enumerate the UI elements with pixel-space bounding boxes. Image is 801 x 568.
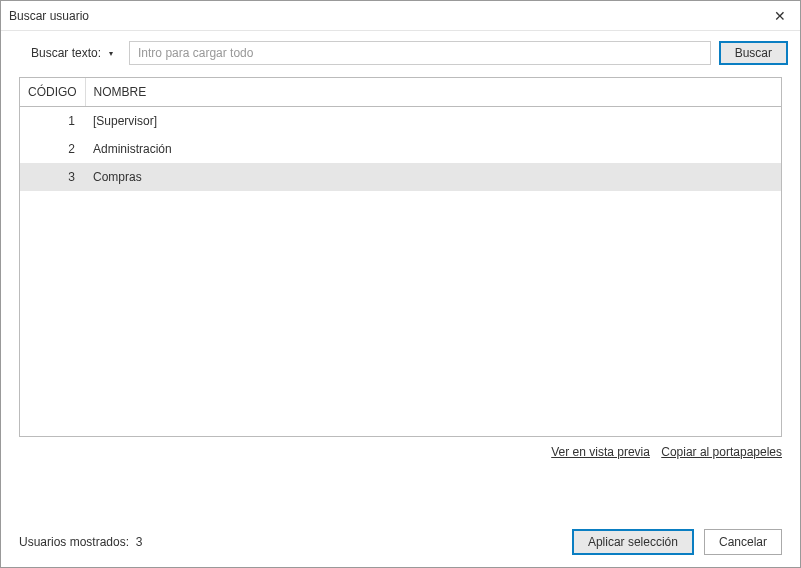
footer: Usuarios mostrados: 3 Aplicar selección …: [1, 517, 800, 567]
cell-name: Compras: [85, 163, 781, 191]
footer-buttons: Aplicar selección Cancelar: [572, 529, 782, 555]
close-icon[interactable]: ✕: [770, 6, 790, 26]
results-table: CÓDIGO NOMBRE 1[Supervisor]2Administraci…: [20, 78, 781, 191]
cell-code: 2: [20, 135, 85, 163]
search-button[interactable]: Buscar: [719, 41, 788, 65]
search-bar: Buscar texto: ▾ Buscar: [1, 31, 800, 73]
search-input[interactable]: [129, 41, 711, 65]
status-label: Usuarios mostrados:: [19, 535, 129, 549]
cell-code: 3: [20, 163, 85, 191]
col-header-code[interactable]: CÓDIGO: [20, 78, 85, 107]
cancel-button[interactable]: Cancelar: [704, 529, 782, 555]
chevron-down-icon[interactable]: ▾: [109, 49, 113, 58]
results-table-wrap: CÓDIGO NOMBRE 1[Supervisor]2Administraci…: [19, 77, 782, 437]
titlebar: Buscar usuario ✕: [1, 1, 800, 31]
preview-link[interactable]: Ver en vista previa: [551, 445, 650, 459]
links-row: Ver en vista previa Copiar al portapapel…: [1, 437, 800, 459]
cell-name: Administración: [85, 135, 781, 163]
window-title: Buscar usuario: [9, 9, 89, 23]
cell-name: [Supervisor]: [85, 107, 781, 136]
table-row[interactable]: 3Compras: [20, 163, 781, 191]
status-text: Usuarios mostrados: 3: [19, 535, 142, 549]
copy-clipboard-link[interactable]: Copiar al portapapeles: [661, 445, 782, 459]
apply-selection-button[interactable]: Aplicar selección: [572, 529, 694, 555]
cell-code: 1: [20, 107, 85, 136]
search-label: Buscar texto:: [31, 46, 101, 60]
status-count: 3: [136, 535, 143, 549]
col-header-name[interactable]: NOMBRE: [85, 78, 781, 107]
table-row[interactable]: 1[Supervisor]: [20, 107, 781, 136]
table-row[interactable]: 2Administración: [20, 135, 781, 163]
